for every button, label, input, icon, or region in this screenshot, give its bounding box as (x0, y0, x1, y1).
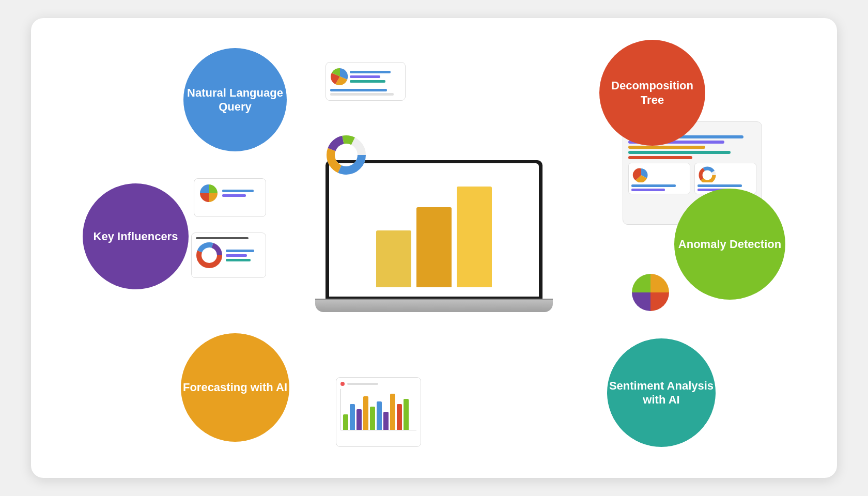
float-chart-card-top (326, 62, 406, 101)
bc-bar-4 (363, 396, 368, 430)
circle-sentiment-analysis[interactable]: Sentiment Analysis with AI (607, 338, 716, 447)
donut-icon-mid-left (196, 242, 223, 269)
circle-anomaly-detection[interactable]: Anomaly Detection (674, 189, 785, 300)
bc-legend-dot (340, 382, 345, 386)
bc-bar-10 (404, 399, 409, 430)
laptop-bar-2 (416, 207, 452, 287)
mini-pie-icon-top (330, 67, 350, 86)
bar-chart-card-bottom (336, 377, 421, 447)
laptop-bar-1 (376, 230, 411, 287)
bc-bar-7 (383, 412, 389, 430)
float-chart-card-mid-left-2 (191, 233, 266, 278)
dash-pie-icon (631, 166, 651, 182)
mini-pie-icon-mid (198, 183, 219, 204)
float-chart-card-mid-left-1 (194, 178, 266, 217)
laptop-screen-inner (329, 163, 539, 297)
pie-chart-float-bottom-right (629, 271, 672, 314)
laptop (315, 160, 553, 336)
bc-bar-8 (390, 394, 395, 430)
laptop-bar-3 (457, 187, 492, 287)
laptop-screen (326, 160, 542, 300)
dash-mini-card-left (628, 163, 690, 194)
circle-key-influencers[interactable]: Key Influencers (83, 183, 189, 289)
bc-bar-9 (397, 404, 402, 430)
dash-line-5 (628, 156, 692, 159)
circle-nlq[interactable]: Natural Language Query (183, 48, 287, 151)
bc-bar-1 (343, 414, 348, 430)
donut-chart-float (326, 134, 367, 176)
bc-bar-5 (370, 407, 375, 430)
main-card: Natural Language Query Decomposition Tre… (31, 18, 837, 478)
dash-line-3 (628, 146, 705, 149)
bc-bars-row (340, 389, 416, 430)
circle-decomposition-tree[interactable]: Decomposition Tree (599, 40, 705, 146)
dash-donut-icon (698, 166, 717, 182)
laptop-base (315, 300, 553, 312)
dash-line-4 (628, 151, 731, 154)
bc-legend-line (347, 383, 378, 385)
bc-bar-3 (357, 409, 362, 430)
bc-bar-2 (350, 404, 355, 430)
bc-bar-6 (377, 401, 382, 430)
circle-forecasting[interactable]: Forecasting with AI (181, 333, 289, 442)
